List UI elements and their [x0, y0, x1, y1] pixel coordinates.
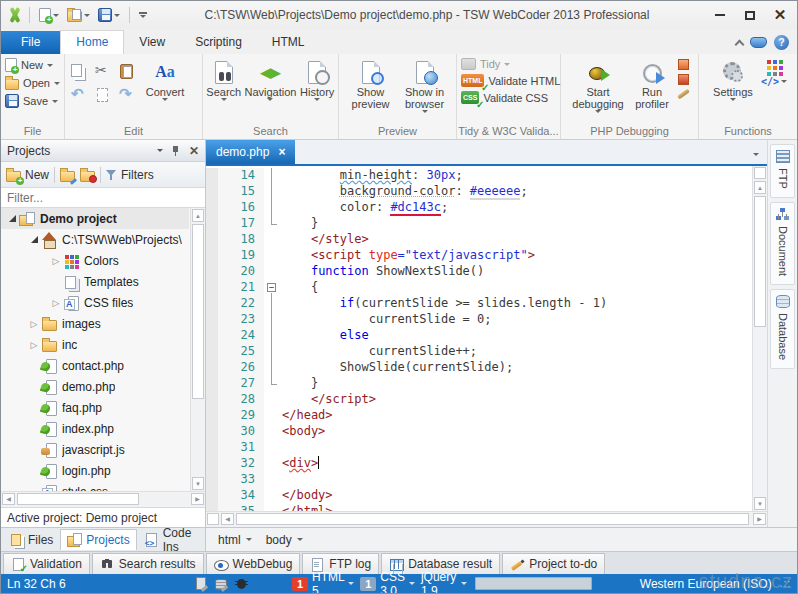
tree-item[interactable]: contact.php — [1, 355, 189, 376]
doctype-badge-html-5[interactable]: 1HTML 5 — [292, 570, 354, 594]
color-palette-icon[interactable] — [767, 60, 771, 64]
editor-horizontal-scrollbar[interactable]: ◀ ▶ — [206, 511, 767, 527]
side-tab-ftp[interactable]: FTP — [770, 144, 795, 198]
close-button[interactable]: ✕ — [765, 4, 795, 26]
code-line[interactable]: 31 — [206, 440, 751, 456]
code-line[interactable]: 15 background-color: #eeeeee; — [206, 184, 751, 200]
code-line[interactable]: 24 else — [206, 328, 751, 344]
scroll-right-icon[interactable]: ▶ — [753, 513, 766, 525]
tree-item[interactable]: Demo project — [1, 208, 189, 229]
validate-html-button[interactable]: HTMLValidate HTML — [458, 72, 559, 89]
code-line[interactable]: 26 ShowSlide(currentSlide); — [206, 360, 751, 376]
document-edit-icon[interactable] — [195, 577, 208, 590]
run-profiler-button[interactable]: Run profiler — [629, 56, 675, 112]
collapse-ribbon-icon[interactable] — [735, 40, 745, 50]
panel-menu-icon[interactable] — [157, 149, 163, 152]
close-panel-icon[interactable]: ✕ — [189, 146, 199, 156]
tree-item[interactable]: demo.php — [1, 376, 189, 397]
pin-icon[interactable] — [171, 145, 181, 156]
start-debugging-button[interactable]: Start debugging — [567, 56, 629, 115]
tree-vertical-scrollbar[interactable]: ▲ ▼ — [190, 208, 205, 491]
quick-new-button[interactable] — [37, 7, 61, 23]
tree-item[interactable]: C:\TSW\Web\Projects\ — [1, 229, 189, 250]
breadcrumb-item-html[interactable]: html — [218, 533, 252, 547]
remove-project-icon[interactable] — [80, 171, 95, 182]
code-line[interactable]: 19 <script type="text/javascript"> — [206, 248, 751, 264]
feedback-icon[interactable] — [750, 37, 767, 48]
code-line[interactable]: 30<body> — [206, 424, 751, 440]
expander-open-icon[interactable] — [27, 236, 41, 243]
ribbon-tab-file[interactable]: File — [1, 31, 60, 54]
tree-item[interactable]: faq.php — [1, 397, 189, 418]
maximize-button[interactable] — [735, 4, 765, 26]
scroll-left-icon[interactable]: ◀ — [2, 493, 15, 505]
minimize-button[interactable] — [705, 4, 735, 26]
validate-css-button[interactable]: CSSValidate CSS — [458, 89, 559, 106]
editor-vertical-scrollbar[interactable]: ▲ ▼ — [752, 166, 767, 511]
edit-project-icon[interactable] — [60, 171, 75, 182]
open-button[interactable]: Open — [2, 74, 63, 92]
scrollbar-thumb[interactable] — [17, 493, 139, 505]
scroll-down-icon[interactable]: ▼ — [192, 477, 204, 490]
redo-icon[interactable] — [118, 87, 134, 103]
output-tab-search-results[interactable]: Search results — [92, 553, 204, 574]
show-in-browser-button[interactable]: Show in browser — [398, 56, 452, 115]
code-line[interactable]: 33 — [206, 472, 751, 488]
ribbon-tab-html[interactable]: HTML — [257, 31, 320, 54]
output-tab-project-to-do[interactable]: Project to-do — [502, 553, 605, 574]
save-button[interactable]: Save — [2, 92, 63, 110]
tab-overflow-button[interactable] — [745, 142, 767, 164]
select-icon[interactable] — [94, 87, 110, 103]
code-line[interactable]: 17 } — [206, 216, 751, 232]
customize-toolbar-button[interactable] — [137, 11, 149, 19]
tree-item[interactable]: style.css — [1, 481, 189, 491]
tree-item[interactable]: ▷CSS files — [1, 292, 189, 313]
scrollbar-thumb[interactable] — [192, 224, 204, 399]
new-project-button[interactable]: +New — [6, 168, 49, 182]
filters-button[interactable]: Filters — [106, 168, 154, 182]
code-line[interactable]: 21− { — [206, 280, 751, 296]
tree-item[interactable]: ▷Colors — [1, 250, 189, 271]
quick-save-button[interactable] — [96, 7, 122, 23]
paste-icon[interactable] — [118, 63, 134, 79]
copy-icon[interactable] — [70, 63, 86, 79]
ribbon-tab-view[interactable]: View — [124, 31, 180, 54]
ribbon-tab-home[interactable]: Home — [60, 30, 124, 54]
encoding-label[interactable]: Western European (ISO) — [640, 577, 772, 591]
breadcrumb-item-body[interactable]: body — [266, 533, 303, 547]
code-area[interactable]: 14 min-height: 30px;15 background-color:… — [206, 166, 767, 511]
code-line[interactable]: 25 currentSlide++; — [206, 344, 751, 360]
doctype-badge-css-3.0[interactable]: 1CSS 3.0 — [360, 570, 415, 594]
code-line[interactable]: 20 function ShowNextSlide() — [206, 264, 751, 280]
ribbon-tab-scripting[interactable]: Scripting — [180, 31, 257, 54]
scroll-up-icon[interactable]: ▲ — [754, 181, 766, 194]
tidy-button[interactable]: Tidy — [458, 56, 559, 72]
code-line[interactable]: 27 } — [206, 376, 751, 392]
tree-item[interactable]: index.php — [1, 418, 189, 439]
panel-tab-projects[interactable]: Projects — [60, 529, 136, 550]
code-line[interactable]: 35</html> — [206, 504, 751, 511]
tree-horizontal-scrollbar[interactable]: ◀ ▶ — [1, 491, 205, 507]
breakpoint-icon[interactable] — [678, 59, 689, 70]
navigation-button[interactable]: Navigation — [244, 56, 298, 103]
scrollbar-thumb[interactable] — [754, 196, 766, 327]
debug-settings-icon[interactable] — [677, 89, 690, 100]
side-tab-database[interactable]: Database — [770, 289, 795, 369]
scroll-right-icon[interactable]: ▶ — [191, 493, 204, 505]
fold-margin[interactable]: − — [264, 280, 280, 296]
expander-open-icon[interactable] — [5, 215, 19, 222]
code-snippets-button[interactable] — [761, 76, 787, 87]
clear-breakpoints-icon[interactable] — [678, 74, 689, 85]
code-line[interactable]: 34</body> — [206, 488, 751, 504]
code-line[interactable]: 32<div> — [206, 456, 751, 472]
bug-status-icon[interactable] — [235, 577, 248, 590]
output-tab-validation[interactable]: Validation — [3, 553, 90, 574]
split-handle[interactable] — [207, 513, 219, 525]
cut-icon[interactable] — [94, 63, 110, 79]
tree-item[interactable]: javascript.js — [1, 439, 189, 460]
code-line[interactable]: 16 color: #dc143c; — [206, 200, 751, 216]
panel-tab-files[interactable]: Files — [3, 529, 59, 550]
code-line[interactable]: 14 min-height: 30px; — [206, 168, 751, 184]
code-line[interactable]: 22 if(currentSlide >= slides.length - 1) — [206, 296, 751, 312]
expander-closed-icon[interactable]: ▷ — [27, 319, 41, 329]
